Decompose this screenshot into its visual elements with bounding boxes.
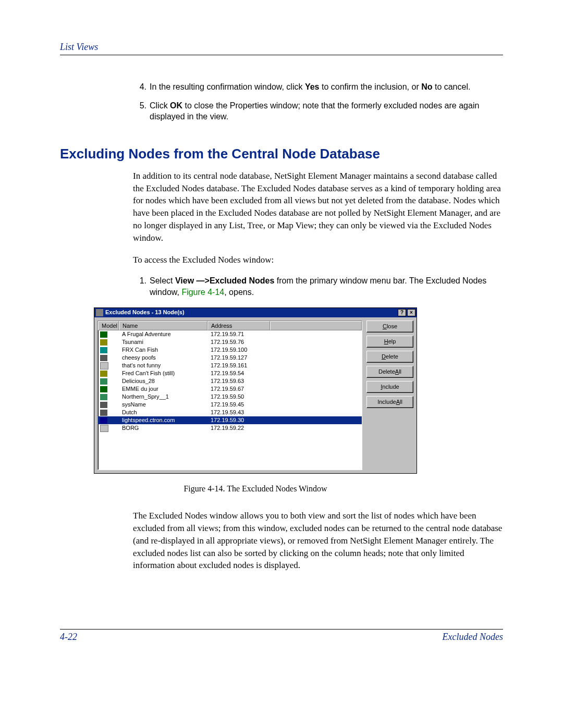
model-cell	[98, 331, 119, 338]
name-cell: Northern_Spry__1	[119, 393, 207, 401]
model-icon	[100, 425, 108, 432]
model-cell	[98, 347, 119, 353]
access-step-1: 1. Select View —>Excluded Nodes from the…	[133, 275, 503, 298]
access-steps-list: 1. Select View —>Excluded Nodes from the…	[133, 275, 503, 298]
figure-reference-link[interactable]: Figure 4-14	[181, 288, 224, 297]
model-icon	[100, 347, 107, 353]
address-cell: 172.19.59.76	[207, 338, 270, 346]
model-icon	[100, 386, 107, 392]
after-figure-paragraph: The Excluded Nodes window allows you to …	[133, 510, 503, 572]
table-row[interactable]: Fred Can't Fish (still)172.19.59.54	[98, 369, 362, 377]
footer-page-number: 4-22	[60, 632, 77, 643]
name-cell: that's not funny	[119, 362, 207, 369]
help-button[interactable]: Help	[366, 336, 413, 348]
model-cell	[98, 339, 119, 346]
dialog-help-button[interactable]: ?	[398, 309, 406, 316]
table-row[interactable]: that's not funny172.19.59.161	[98, 362, 362, 369]
model-cell	[98, 402, 119, 408]
address-cell: 172.19.59.50	[207, 393, 270, 401]
column-header-name[interactable]: Name	[119, 321, 207, 331]
name-cell: Tsunami	[119, 338, 207, 346]
excluded-nodes-dialog: Excluded Nodes - 13 Node(s) ? × Model Na…	[94, 307, 417, 474]
intro-paragraph: In addition to its central node database…	[133, 170, 503, 244]
model-cell	[98, 386, 119, 392]
name-cell: Dutch	[119, 409, 207, 416]
column-header-address[interactable]: Address	[207, 321, 270, 331]
model-icon	[100, 331, 107, 338]
model-cell	[98, 371, 119, 377]
name-cell: FRX Can Fish	[119, 346, 207, 354]
delete-button[interactable]: Delete	[366, 351, 413, 363]
access-paragraph: To access the Excluded Nodes window:	[133, 254, 503, 266]
name-cell: sysName	[119, 401, 207, 409]
step-number: 5.	[133, 100, 150, 122]
footer-section-label: Excluded Nodes	[443, 632, 503, 643]
model-cell	[98, 425, 119, 432]
address-cell: 172.19.59.100	[207, 346, 270, 354]
address-cell: 172.19.59.161	[207, 362, 270, 369]
delete-all-button[interactable]: Delete All	[366, 366, 413, 378]
table-row[interactable]: EMME du jour172.19.59.67	[98, 385, 362, 393]
address-cell: 172.19.59.30	[207, 416, 270, 424]
address-cell: 172.19.59.63	[207, 377, 270, 385]
model-icon	[100, 417, 107, 424]
model-icon	[100, 355, 107, 361]
table-row[interactable]: Tsunami172.19.59.76	[98, 338, 362, 346]
table-row[interactable]: Delicious_28172.19.59.63	[98, 377, 362, 385]
name-cell: lightspeed.ctron.com	[119, 416, 207, 424]
list-rows-container: A Frugal Adventure172.19.59.71Tsunami172…	[98, 330, 362, 432]
model-icon	[100, 402, 107, 408]
name-cell: A Frugal Adventure	[119, 330, 207, 338]
address-cell: 172.19.59.54	[207, 369, 270, 377]
name-cell: Fred Can't Fish (still)	[119, 369, 207, 377]
table-row[interactable]: Northern_Spry__1172.19.59.50	[98, 393, 362, 401]
include-all-button[interactable]: Include All	[366, 396, 413, 408]
continuation-steps-list: 4. In the resulting confirmation window,…	[133, 81, 503, 122]
column-header-fill[interactable]	[270, 321, 362, 331]
footer-rule	[60, 629, 503, 630]
step-number: 4.	[133, 81, 150, 93]
model-icon	[100, 339, 107, 346]
table-row[interactable]: BORG172.19.59.22	[98, 424, 362, 432]
model-icon	[100, 378, 107, 385]
nodes-list-panel[interactable]: Model Name Address A Frugal Adventure172…	[97, 320, 362, 470]
dialog-body: Model Name Address A Frugal Adventure172…	[94, 317, 417, 474]
dialog-button-stack: Close Help Delete Delete All Include Inc…	[366, 320, 413, 470]
model-cell	[98, 394, 119, 400]
model-cell	[98, 362, 119, 369]
model-cell	[98, 417, 119, 424]
table-row[interactable]: cheesy poofs172.19.59.127	[98, 354, 362, 362]
table-row[interactable]: FRX Can Fish172.19.59.100	[98, 346, 362, 354]
dialog-close-button[interactable]: ×	[407, 309, 415, 316]
step-text: In the resulting confirmation window, cl…	[150, 81, 503, 93]
table-row[interactable]: Dutch172.19.59.43	[98, 409, 362, 416]
address-cell: 172.19.59.67	[207, 385, 270, 393]
model-icon	[100, 371, 107, 377]
address-cell: 172.19.59.45	[207, 401, 270, 409]
address-cell: 172.19.59.127	[207, 354, 270, 362]
dialog-titlebar[interactable]: Excluded Nodes - 13 Node(s) ? ×	[94, 307, 417, 317]
dialog-title: Excluded Nodes - 13 Node(s)	[105, 309, 397, 316]
name-cell: EMME du jour	[119, 385, 207, 393]
table-row[interactable]: lightspeed.ctron.com172.19.59.30	[98, 416, 362, 424]
table-row[interactable]: A Frugal Adventure172.19.59.71	[98, 330, 362, 338]
step-number: 1.	[133, 275, 150, 298]
name-cell: cheesy poofs	[119, 354, 207, 362]
name-cell: BORG	[119, 424, 207, 432]
table-row[interactable]: sysName172.19.59.45	[98, 401, 362, 409]
column-header-model[interactable]: Model	[98, 321, 119, 331]
model-icon	[100, 410, 107, 416]
dialog-app-icon	[96, 309, 103, 316]
name-cell: Delicious_28	[119, 377, 207, 385]
model-cell	[98, 355, 119, 361]
step-5: 5. Click OK to close the Properties wind…	[133, 100, 503, 122]
page-footer: 4-22 Excluded Nodes	[60, 629, 503, 643]
step-text: Click OK to close the Properties window;…	[150, 100, 503, 122]
include-button[interactable]: Include	[366, 381, 413, 393]
model-cell	[98, 378, 119, 385]
model-icon	[100, 362, 108, 369]
close-button[interactable]: Close	[366, 320, 413, 332]
address-cell: 172.19.59.43	[207, 409, 270, 416]
model-cell	[98, 410, 119, 416]
address-cell: 172.19.59.71	[207, 330, 270, 338]
